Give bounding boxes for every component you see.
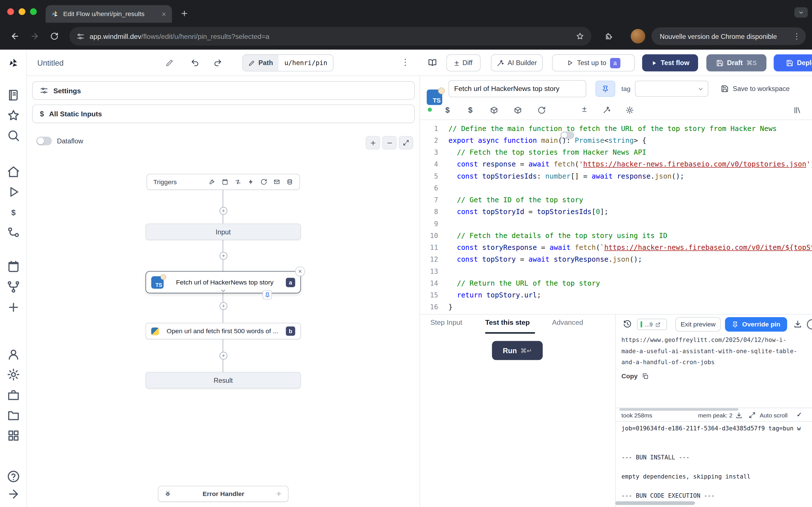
back-button[interactable]: [10, 32, 20, 41]
site-info-icon[interactable]: [77, 33, 85, 40]
docs-icon[interactable]: [428, 58, 437, 67]
add-step-button[interactable]: [220, 352, 227, 360]
history-icon[interactable]: [623, 320, 632, 328]
forward-button[interactable]: [30, 32, 40, 41]
collapse-step-icon[interactable]: [220, 288, 226, 294]
add-step-button[interactable]: [220, 207, 227, 215]
auto-scroll-checkbox[interactable]: ✓: [797, 411, 802, 418]
undo-button[interactable]: [191, 59, 199, 67]
window-minimize-button[interactable]: [18, 8, 26, 15]
expand-logs-icon[interactable]: [749, 412, 756, 418]
result-node[interactable]: Result: [146, 372, 301, 389]
override-pin-button[interactable]: Override pin: [725, 317, 787, 332]
sidebar-item-apps-grid[interactable]: [7, 429, 20, 443]
reload-button[interactable]: [50, 32, 58, 40]
sidebar-add-button[interactable]: [7, 300, 20, 314]
windmill-logo[interactable]: [7, 56, 20, 70]
path-control[interactable]: Path u/henri/pin: [243, 54, 334, 71]
refresh-icon[interactable]: [538, 106, 546, 114]
variables-icon[interactable]: $: [446, 106, 450, 114]
email-trigger-icon[interactable]: [273, 179, 280, 185]
test-up-to-button[interactable]: Test up to a: [552, 54, 635, 71]
help-icon[interactable]: [7, 470, 20, 483]
sidebar-item-workers[interactable]: [7, 388, 20, 402]
test-flow-button[interactable]: Test flow: [642, 54, 698, 71]
remove-step-button[interactable]: [295, 267, 305, 276]
resources-icon[interactable]: $: [468, 106, 472, 114]
sidebar-item-runs[interactable]: [7, 185, 20, 199]
edit-title-icon[interactable]: [166, 59, 174, 67]
sidebar-item-flows[interactable]: [7, 280, 20, 293]
redo-button[interactable]: [213, 59, 222, 67]
sidebar-item-home[interactable]: [7, 165, 20, 179]
database-trigger-icon[interactable]: [287, 179, 293, 185]
copy-button[interactable]: Copy: [621, 372, 649, 380]
profile-avatar[interactable]: [631, 29, 645, 43]
add-error-handler-icon[interactable]: [275, 490, 282, 497]
sidebar-item-apps[interactable]: [7, 89, 20, 102]
editor-settings-icon[interactable]: [626, 106, 634, 114]
triggers-node[interactable]: Triggers: [147, 174, 300, 190]
websocket-trigger-icon[interactable]: [248, 179, 254, 185]
path-label-segment[interactable]: Path: [243, 55, 278, 71]
tab-close-icon[interactable]: [161, 11, 167, 17]
schedule-trigger-icon[interactable]: [221, 179, 229, 185]
library-icon[interactable]: [794, 106, 802, 114]
ai-builder-button[interactable]: AI Builder: [491, 54, 543, 71]
save-to-workspace-button[interactable]: Save to workspace: [721, 81, 790, 97]
diff-mode-icon[interactable]: ±: [582, 105, 587, 114]
draft-button[interactable]: Draft ⌘S: [706, 54, 766, 71]
browser-menu-icon[interactable]: ⋮: [793, 32, 801, 41]
extensions-icon[interactable]: [605, 32, 613, 40]
chrome-update-chip[interactable]: Nouvelle version de Chrome disponible ⋮: [652, 27, 806, 45]
sidebar-item-settings[interactable]: [7, 368, 20, 381]
error-handler-node[interactable]: Error Handler: [158, 486, 289, 502]
webhook-trigger-icon[interactable]: [209, 179, 215, 185]
browser-tab[interactable]: Edit Flow u/henri/pin_results: [46, 5, 172, 22]
run-button[interactable]: Run ⌘↵: [492, 341, 543, 360]
external-link-icon[interactable]: [655, 322, 661, 327]
sidebar-item-users[interactable]: [7, 348, 20, 361]
search-icon[interactable]: [7, 129, 20, 142]
sidebar-item-folders[interactable]: [7, 409, 20, 422]
window-zoom-button[interactable]: [30, 8, 37, 15]
sidebar-item-variables[interactable]: $: [7, 205, 20, 219]
zoom-out-button[interactable]: [382, 136, 397, 150]
log-scrollbar-top[interactable]: [619, 408, 739, 411]
more-options-icon[interactable]: ⋮: [401, 57, 410, 68]
job-id-badge[interactable]: ...9: [637, 319, 667, 330]
tab-step-input[interactable]: Step Input: [430, 319, 462, 327]
log-scrollbar-bottom[interactable]: [615, 501, 695, 505]
fit-view-button[interactable]: [399, 136, 413, 150]
add-step-button[interactable]: [220, 302, 227, 310]
omnibox[interactable]: app.windmill.dev/flows/edit/u/henri/pin_…: [69, 27, 591, 46]
download-logs-icon[interactable]: [735, 412, 743, 419]
tab-list-button[interactable]: [795, 7, 808, 18]
flow-settings-row[interactable]: Settings: [32, 81, 415, 100]
add-step-button[interactable]: [220, 252, 227, 260]
package-icon[interactable]: [490, 106, 498, 114]
deploy-button[interactable]: Deploy: [774, 54, 812, 71]
sidebar-item-favorites[interactable]: [7, 109, 20, 122]
bookmark-star-icon[interactable]: [576, 32, 584, 40]
dependencies-icon[interactable]: [514, 106, 522, 114]
download-icon[interactable]: [794, 320, 802, 328]
step-b-node[interactable]: Open url and fetch first 500 words of ..…: [146, 323, 301, 339]
sidebar-item-resources[interactable]: [7, 226, 20, 240]
sidebar-item-schedules[interactable]: [7, 260, 20, 273]
http-route-trigger-icon[interactable]: [235, 179, 241, 185]
exit-preview-button[interactable]: Exit preview: [675, 317, 721, 332]
ai-assist-icon[interactable]: [603, 106, 611, 114]
dataflow-toggle[interactable]: [36, 136, 52, 145]
window-close-button[interactable]: [7, 8, 14, 15]
tag-select[interactable]: [635, 81, 709, 97]
collapse-sidebar-icon[interactable]: [7, 487, 20, 501]
poll-trigger-icon[interactable]: [260, 179, 267, 185]
tab-advanced[interactable]: Advanced: [552, 319, 583, 327]
diff-button[interactable]: ± Diff: [446, 54, 480, 71]
pinned-badge[interactable]: [262, 290, 272, 299]
code-lines[interactable]: // Define the main function to fetch the…: [449, 122, 812, 314]
step-name-input[interactable]: [449, 80, 587, 98]
pin-toggle-button[interactable]: [596, 81, 615, 97]
tab-test-this-step[interactable]: Test this step: [485, 319, 530, 327]
